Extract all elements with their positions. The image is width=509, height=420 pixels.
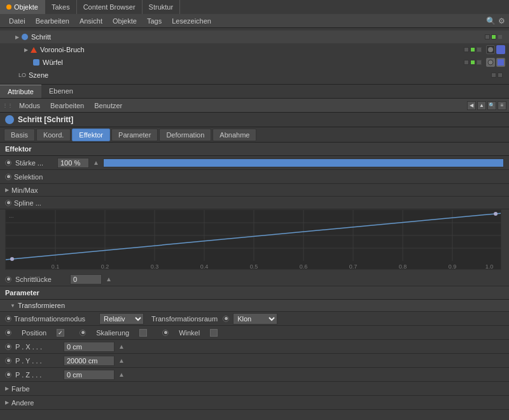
mode-parameter-label: Parameter xyxy=(118,131,151,139)
schrittlucke-step[interactable]: ▲ xyxy=(106,276,112,283)
voronoi-icon xyxy=(29,45,38,54)
tab-ebenen-label: Ebenen xyxy=(49,87,73,95)
position-checkbox[interactable] xyxy=(57,329,64,337)
skalierung-radio[interactable] xyxy=(80,330,86,336)
px-row: P . X . . . ▲ xyxy=(0,340,509,354)
tab-objekte[interactable]: Objekte xyxy=(0,0,45,14)
tab-takes[interactable]: Takes xyxy=(45,0,77,14)
minmax-arrow: ▶ xyxy=(5,187,9,193)
tree-row-voronoi[interactable]: ▶ Voronoi-Bruch xyxy=(0,43,509,56)
nav-search-btn[interactable]: 🔍 xyxy=(487,101,496,110)
tab-struktur[interactable]: Struktur xyxy=(143,0,181,14)
svg-text:0.9: 0.9 xyxy=(449,263,457,270)
mode-tab-basis[interactable]: Basis xyxy=(4,129,35,141)
minmax-row[interactable]: ▶ Min/Max xyxy=(0,184,509,197)
starke-label: Stärke ... xyxy=(15,159,53,167)
py-input[interactable] xyxy=(64,356,115,366)
selektion-row: Selektion xyxy=(0,170,509,184)
menu-tags[interactable]: Tags xyxy=(142,16,167,26)
menu-objekte[interactable]: Objekte xyxy=(108,16,142,26)
farbe-row[interactable]: ▶ Farbe xyxy=(0,382,509,396)
menu-ansicht[interactable]: Ansicht xyxy=(74,16,108,26)
tab-ebenen[interactable]: Ebenen xyxy=(41,85,81,98)
tab-takes-label: Takes xyxy=(52,3,70,11)
pz-step[interactable]: ▲ xyxy=(118,371,125,378)
selektion-radio[interactable] xyxy=(5,174,11,180)
svg-point-0 xyxy=(488,47,493,52)
menu-datei[interactable]: Datei xyxy=(4,16,31,26)
objekte-icon xyxy=(6,4,11,10)
mode-tab-deformation[interactable]: Deformation xyxy=(159,129,211,141)
winkel-radio[interactable] xyxy=(162,330,169,336)
starke-row: Stärke ... ▲ xyxy=(0,156,509,170)
menu-bearbeiten[interactable]: Bearbeiten xyxy=(31,16,74,26)
starke-slider-fill xyxy=(104,159,503,167)
position-radio[interactable] xyxy=(5,330,11,336)
szene-label: Szene xyxy=(29,71,48,79)
tab-objekte-label: Objekte xyxy=(14,3,38,11)
schrittlucke-input[interactable] xyxy=(70,274,102,284)
mode-tab-abnahme[interactable]: Abnahme xyxy=(213,129,256,141)
transform-label: Transformieren xyxy=(18,302,65,309)
tab-attribute[interactable]: Attribute xyxy=(0,85,41,98)
svg-text:0.7: 0.7 xyxy=(349,263,358,270)
andere-row[interactable]: ▶ Andere xyxy=(0,396,509,410)
mode-tabs: Basis Koord. Effektor Parameter Deformat… xyxy=(0,127,509,143)
transform-modus-radio[interactable] xyxy=(5,316,11,322)
winkel-checkbox[interactable] xyxy=(210,329,218,337)
minmax-label: Min/Max xyxy=(11,186,38,194)
tab-content-browser[interactable]: Content Browser xyxy=(77,0,143,14)
andere-label: Andere xyxy=(11,399,34,407)
schrittlucke-radio[interactable] xyxy=(5,276,11,283)
search-icon[interactable]: 🔍 xyxy=(486,17,496,25)
tree-row-wurfel[interactable]: Würfel xyxy=(0,56,509,69)
starke-slider[interactable] xyxy=(103,158,504,167)
farbe-label: Farbe xyxy=(11,385,30,393)
spline-radio[interactable] xyxy=(5,200,11,206)
nav-up-btn[interactable]: ▲ xyxy=(477,101,486,110)
spline-canvas[interactable]: 0.1 0.2 0.3 0.4 0.5 0.6 0.7 0.8 0.9 1.0 … xyxy=(5,209,501,270)
transform-modus-select[interactable]: Relativ Absolut xyxy=(99,313,144,325)
checkbox-row: Position Skalierung Winkel xyxy=(0,326,509,340)
file-menu-bar: Datei Bearbeiten Ansicht Objekte Tags Le… xyxy=(0,14,509,28)
svg-point-2 xyxy=(488,60,493,65)
toolbar-benutzer[interactable]: Benutzer xyxy=(89,101,127,111)
tag2-icon xyxy=(496,45,505,54)
wurfel-icon xyxy=(32,58,41,67)
px-radio[interactable] xyxy=(5,344,11,350)
nav-options-btn[interactable]: ≡ xyxy=(498,101,506,110)
svg-rect-1 xyxy=(498,46,504,53)
tree-row-szene[interactable]: LO Szene xyxy=(0,69,509,81)
tab-attribute-label: Attribute xyxy=(8,88,34,95)
mode-tab-koord[interactable]: Koord. xyxy=(36,129,71,141)
transform-subsection-title[interactable]: ▼ Transformieren xyxy=(0,300,509,312)
nav-left-btn[interactable]: ◀ xyxy=(467,101,476,110)
schrittlucke-label: Schrittlücke xyxy=(15,276,66,283)
py-radio[interactable] xyxy=(5,358,11,364)
svg-point-16 xyxy=(10,257,14,261)
px-input[interactable] xyxy=(64,342,115,352)
menu-lesezeichen[interactable]: Lesezeichen xyxy=(167,16,216,26)
pz-radio[interactable] xyxy=(5,372,11,378)
transform-raum-radio[interactable] xyxy=(223,316,229,322)
mode-tab-parameter[interactable]: Parameter xyxy=(111,129,158,141)
starke-input[interactable] xyxy=(57,158,89,168)
py-step[interactable]: ▲ xyxy=(118,357,125,364)
px-step[interactable]: ▲ xyxy=(118,343,125,350)
options-icon[interactable]: ⚙ xyxy=(498,17,505,25)
tree-row-schritt[interactable]: ▶ Schritt xyxy=(0,31,509,43)
pz-row: P . Z . . . ▲ xyxy=(0,368,509,382)
starke-step-up[interactable]: ▲ xyxy=(93,159,99,166)
svg-rect-3 xyxy=(498,59,504,66)
pz-input[interactable] xyxy=(64,370,115,380)
toolbar-bearbeiten[interactable]: Bearbeiten xyxy=(45,101,89,111)
starke-radio[interactable] xyxy=(5,160,11,166)
svg-text:...: ... xyxy=(9,213,14,219)
attr-toolbar: ⋮⋮ Modus Bearbeiten Benutzer ◀ ▲ 🔍 ≡ xyxy=(0,99,509,113)
spline-graph: 0.1 0.2 0.3 0.4 0.5 0.6 0.7 0.8 0.9 1.0 … xyxy=(5,209,504,270)
skalierung-checkbox[interactable] xyxy=(139,329,147,337)
toolbar-modus[interactable]: Modus xyxy=(14,101,45,111)
attr-tabs: Attribute Ebenen xyxy=(0,85,509,99)
mode-tab-effektor[interactable]: Effektor xyxy=(72,129,110,141)
transform-raum-select[interactable]: Klon Welt Objekt xyxy=(233,313,277,325)
